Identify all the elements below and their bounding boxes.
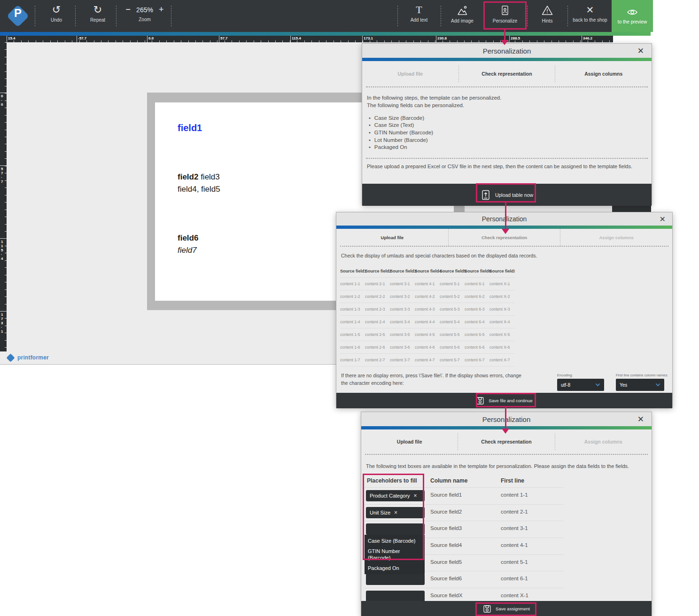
- template-field7[interactable]: field7: [178, 246, 197, 255]
- ruler-label: 346.2: [583, 36, 592, 40]
- column-name-cell: Source field3: [430, 525, 462, 531]
- table-row: content 1-8content 2-8content 3-8content…: [340, 366, 515, 371]
- repeat-button[interactable]: ↻ Repeat: [81, 5, 115, 23]
- template-field1[interactable]: field1: [178, 123, 202, 133]
- template-field3[interactable]: field3: [201, 172, 220, 181]
- dialog-close-icon[interactable]: ✕: [637, 412, 644, 426]
- to-the-preview-button[interactable]: to the preview: [612, 0, 653, 32]
- tab-assign-columns[interactable]: Assign columns: [555, 71, 652, 77]
- placeholder-input[interactable]: [366, 591, 425, 602]
- field-list-item: Lot Number (Barcode): [369, 136, 433, 144]
- table-header-cell: Source fieldX: [489, 269, 514, 273]
- tab-check-representation[interactable]: Check representation: [449, 235, 560, 240]
- ruler-tick: [5, 78, 7, 79]
- table-cell: content X-2: [489, 294, 514, 299]
- first-line-header: First line: [501, 477, 524, 484]
- ruler-tick: [326, 40, 326, 42]
- back-to-shop-button[interactable]: ✕ back to the shop: [568, 5, 612, 23]
- column-name-header: Column name: [430, 477, 467, 484]
- ruler-label: 173.1: [364, 36, 373, 40]
- table-cell: content 6-7: [465, 358, 489, 362]
- tab-assign-columns[interactable]: Assign columns: [560, 235, 672, 240]
- table-cell: content 5-8: [440, 370, 465, 371]
- ruler-label: -57.7: [78, 36, 86, 40]
- toolbar-divider: [527, 6, 528, 26]
- ruler-tick: [5, 231, 7, 232]
- dropdown-option[interactable]: Packaged On: [365, 563, 425, 573]
- column-name-cell: Source fieldX: [430, 593, 462, 598]
- dialog-titlebar: Personalization: [361, 412, 652, 427]
- ruler-tick: [435, 40, 435, 42]
- tab-upload-file[interactable]: Upload file: [336, 235, 448, 240]
- ruler-tick: [5, 267, 7, 268]
- ruler-tick: [5, 340, 7, 341]
- first-line-select[interactable]: Yes: [616, 379, 664, 391]
- dialog-close-icon[interactable]: ✕: [660, 212, 666, 226]
- dialog-title: Personalization: [482, 215, 527, 223]
- dialog-close-icon[interactable]: ✕: [637, 44, 644, 58]
- tab-check-representation[interactable]: Check representation: [458, 439, 554, 444]
- add-image-button[interactable]: Add image: [442, 5, 483, 23]
- annotation-arrow-3: [505, 407, 506, 429]
- table-cell: content 1-6: [340, 345, 365, 350]
- printformer-logo[interactable]: P: [5, 3, 31, 29]
- table-header-row: Source field1Source field2Source field3S…: [340, 265, 515, 277]
- encoding-select[interactable]: utf-8: [557, 379, 604, 391]
- table-cell: content 4-5: [415, 332, 440, 337]
- ruler-tick: [36, 40, 36, 42]
- template-field2[interactable]: field2: [178, 172, 198, 181]
- tab-assign-columns[interactable]: Assign columns: [555, 439, 652, 444]
- hints-button[interactable]: Hints: [528, 5, 567, 23]
- ruler-major-tick: [290, 36, 291, 42]
- table-row: content 1-5content 2-5content 3-5content…: [340, 328, 515, 341]
- add-text-button[interactable]: T Add text: [398, 5, 440, 23]
- undo-button[interactable]: ↺ Undo: [40, 5, 73, 23]
- ruler-tick: [311, 40, 312, 42]
- ruler-tick: [50, 40, 51, 42]
- zoom-out-button[interactable]: −: [126, 5, 131, 15]
- ruler-tick: [391, 40, 392, 42]
- ruler-tick: [174, 40, 174, 42]
- tab-upload-file[interactable]: Upload file: [361, 439, 458, 444]
- ruler-major-tick: [582, 36, 582, 42]
- ruler-tick: [602, 40, 603, 42]
- ruler-tick: [5, 115, 7, 116]
- tab-upload-file[interactable]: Upload file: [362, 71, 458, 77]
- ruler-tick: [566, 40, 566, 42]
- table-cell: content 4-3: [415, 307, 440, 312]
- template-field6[interactable]: field6: [178, 234, 198, 243]
- ruler-tick: [413, 40, 414, 42]
- column-name-cell: Source field2: [430, 509, 462, 515]
- zoom-in-button[interactable]: +: [159, 5, 164, 15]
- eye-icon: [626, 8, 638, 17]
- template-field4-field5[interactable]: field4, field5: [178, 185, 220, 194]
- ruler-tick: [65, 40, 65, 42]
- ruler-tick: [5, 151, 7, 152]
- ruler-tick: [5, 108, 7, 108]
- toolbar: P ↺ Undo ↻ Repeat − 265% + Zoom T Add te…: [0, 0, 653, 32]
- ruler-tick: [195, 40, 196, 42]
- table-cell: content 1-1: [340, 281, 365, 286]
- table-header-cell: Source field6: [465, 269, 489, 273]
- table-row: content 1-3content 2-3content 3-3content…: [340, 303, 515, 315]
- table-cell: content 6-8: [465, 370, 489, 371]
- ruler-tick: [28, 40, 29, 42]
- ruler-major-tick: [7, 36, 7, 42]
- horizontal-ruler: 15.4-57.70.057.7115.4173.1230.8288.5346.…: [7, 36, 613, 42]
- ruler-tick: [5, 217, 7, 217]
- ruler-tick: [5, 195, 7, 195]
- first-line-cell: content 2-1: [501, 509, 528, 515]
- annotation-arrowhead-1: [501, 40, 508, 45]
- ruler-tick: [479, 40, 479, 42]
- placeholder-input[interactable]: [366, 574, 425, 585]
- field-list-item: Packaged On: [369, 143, 433, 151]
- ruler-tick: [529, 40, 530, 42]
- table-row: content 1-7content 2-7content 3-7content…: [340, 353, 515, 366]
- tab-check-representation[interactable]: Check representation: [459, 71, 555, 77]
- table-cell: content 2-7: [365, 358, 390, 362]
- ruler-tick: [588, 40, 588, 42]
- ruler-tick: [202, 40, 203, 42]
- table-cell: content 5-6: [440, 345, 465, 350]
- ruler-tick: [261, 40, 261, 42]
- table-cell: content X-1: [489, 281, 514, 286]
